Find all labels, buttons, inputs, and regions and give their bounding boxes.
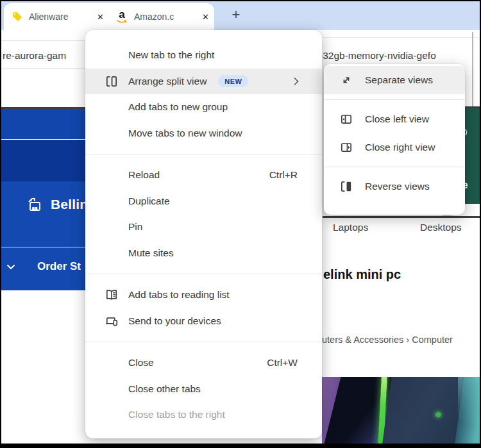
menu-item-add-tabs-group[interactable]: Add tabs to new group (85, 94, 322, 120)
split-view-submenu: Separate views Close left view Close rig… (324, 64, 465, 215)
sidebar-band (1, 140, 85, 181)
menu-item-reload[interactable]: Reload Ctrl+R (85, 162, 322, 188)
menu-item-pin[interactable]: Pin (85, 214, 322, 240)
sidebar-item-order-status[interactable]: Order St (6, 260, 81, 273)
menu-separator (324, 99, 465, 100)
chevron-down-icon (6, 264, 15, 270)
menu-item-duplicate[interactable]: Duplicate (85, 188, 322, 215)
menu-item-close-other-tabs[interactable]: Close other tabs (85, 376, 322, 402)
menu-separator (85, 342, 322, 342)
submenu-item-close-right-view[interactable]: Close right view (324, 133, 465, 162)
left-page-sidebar: Bellin Order St (1, 109, 85, 290)
menu-item-move-tabs-window[interactable]: Move tabs to new window (85, 120, 322, 147)
browser-window: Alienware ✕ a Amazon.c ✕ + re-aurora-gam… (0, 0, 481, 448)
tag-icon (10, 10, 23, 23)
sidebar-item-label: Order St (37, 260, 81, 273)
address-url-right[interactable]: -32gb-memory-nvidia-gefo (319, 50, 436, 62)
submenu-item-close-left-view[interactable]: Close left view (324, 105, 465, 133)
light-streak (458, 377, 480, 444)
menu-separator (85, 154, 322, 154)
tab-title: Alienware (29, 12, 92, 22)
menu-item-arrange-split-view[interactable]: Arrange split view NEW (85, 69, 322, 95)
divider (323, 37, 480, 38)
tab-context-menu: New tab to the right Arrange split view … (85, 30, 322, 438)
menu-item-send-devices[interactable]: Send to your devices (85, 308, 322, 335)
subnav-laptops[interactable]: Laptops (333, 222, 368, 233)
close-icon[interactable]: ✕ (202, 12, 209, 22)
menu-item-new-tab-right[interactable]: New tab to the right (85, 42, 322, 69)
sidebar-band (1, 109, 85, 139)
tab-alienware[interactable]: Alienware ✕ (4, 3, 109, 30)
amazon-icon: a (115, 10, 128, 23)
divider (1, 40, 85, 41)
store-tag-icon (26, 195, 44, 213)
page-title: elink mini pc (323, 267, 401, 282)
divider (323, 216, 480, 218)
reading-list-icon (105, 288, 119, 302)
new-badge: NEW (218, 75, 248, 87)
menu-separator (324, 167, 465, 167)
close-right-view-icon (339, 140, 353, 154)
shortcut: Ctrl+W (267, 357, 298, 369)
close-icon[interactable]: ✕ (97, 12, 104, 22)
scrollbar[interactable] (472, 32, 473, 106)
divider (1, 69, 85, 69)
submenu-item-reverse-views[interactable]: Reverse views (324, 172, 465, 201)
pc-side-panel (380, 377, 466, 444)
brand-logo[interactable]: Bellin (26, 195, 88, 213)
devices-icon (105, 314, 119, 328)
shortcut: Ctrl+R (269, 169, 298, 181)
menu-item-reading-list[interactable]: Add tabs to reading list (85, 282, 322, 308)
menu-separator (85, 274, 322, 274)
address-url-left[interactable]: re-aurora-gam (3, 50, 66, 62)
tab-strip: Alienware ✕ a Amazon.c ✕ + (1, 1, 480, 30)
submenu-arrow-icon (294, 77, 299, 85)
tab-title: Amazon.c (134, 12, 197, 22)
menu-item-close[interactable]: Close Ctrl+W (85, 350, 322, 376)
reverse-views-icon (339, 179, 353, 194)
submenu-item-separate-views[interactable]: Separate views (324, 66, 465, 94)
split-view-tab-group: Alienware ✕ a Amazon.c ✕ (4, 3, 214, 30)
divider (1, 247, 85, 248)
product-image (322, 377, 480, 444)
separate-views-icon (339, 73, 353, 87)
subnav-desktops[interactable]: Desktops (420, 222, 462, 233)
new-tab-button[interactable]: + (227, 6, 245, 24)
brand-name: Bellin (51, 197, 88, 212)
menu-item-close-tabs-right: Close tabs to the right (85, 402, 322, 428)
tab-amazon[interactable]: a Amazon.c ✕ (109, 3, 214, 30)
split-view-icon (105, 74, 119, 88)
menu-item-mute-sites[interactable]: Mute sites (85, 240, 322, 267)
breadcrumb[interactable]: uters & Accessories › Computer (322, 335, 453, 345)
close-left-view-icon (339, 112, 353, 126)
screenshot-border (0, 444, 481, 448)
